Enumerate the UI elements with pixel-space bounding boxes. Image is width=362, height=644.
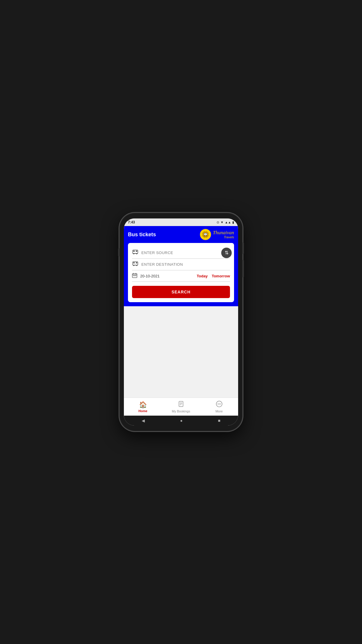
destination-input[interactable] bbox=[141, 262, 230, 267]
brand-name: Thunaivan bbox=[213, 230, 234, 236]
app-header: Bus tickets bbox=[124, 226, 238, 243]
wifi-icon: ▼ bbox=[220, 220, 224, 224]
svg-rect-3 bbox=[205, 237, 206, 239]
gear-logo-svg bbox=[201, 229, 210, 240]
phone-screen: 7:43 ⊙ ▼ ▲▲ ▮ Bus tickets bbox=[124, 218, 238, 426]
search-card: ⇅ bbox=[128, 243, 234, 302]
bookings-label: My Bookings bbox=[172, 410, 190, 413]
calendar-icon bbox=[132, 273, 137, 279]
date-row: 20-10-2021 Today Tomorrow bbox=[132, 270, 230, 282]
svg-point-17 bbox=[206, 235, 207, 236]
bus-destination-icon bbox=[132, 261, 138, 268]
bus-source-icon bbox=[132, 249, 138, 256]
bookings-icon bbox=[178, 401, 184, 409]
svg-rect-20 bbox=[136, 251, 137, 252]
brand-sub: Travels bbox=[213, 235, 234, 239]
content-area bbox=[124, 306, 238, 398]
svg-rect-14 bbox=[206, 234, 207, 235]
svg-point-44 bbox=[220, 403, 221, 404]
signal-icon: ▲▲ bbox=[225, 220, 231, 224]
nav-item-home[interactable]: 🏠 Home bbox=[124, 399, 162, 414]
svg-rect-13 bbox=[204, 234, 205, 235]
destination-row bbox=[132, 259, 230, 270]
brand-logo: Thunaivan Travels bbox=[200, 229, 234, 240]
home-icon: 🏠 bbox=[139, 401, 147, 409]
svg-rect-36 bbox=[136, 275, 136, 276]
svg-rect-19 bbox=[133, 251, 135, 252]
tomorrow-button[interactable]: Tomorrow bbox=[212, 274, 230, 278]
back-button[interactable]: ◀ bbox=[142, 418, 145, 423]
swap-button[interactable]: ⇅ bbox=[221, 248, 232, 258]
svg-rect-26 bbox=[136, 262, 137, 263]
nav-item-more[interactable]: More bbox=[200, 399, 238, 415]
date-value[interactable]: 20-10-2021 bbox=[140, 274, 197, 278]
svg-point-43 bbox=[219, 403, 219, 404]
power-button bbox=[242, 242, 244, 254]
swap-icon: ⇅ bbox=[225, 251, 229, 255]
logo-circle bbox=[200, 229, 211, 240]
svg-point-16 bbox=[204, 235, 205, 236]
bottom-nav: 🏠 Home My Bookings bbox=[124, 398, 238, 416]
nav-item-bookings[interactable]: My Bookings bbox=[162, 399, 200, 415]
svg-rect-23 bbox=[133, 253, 138, 254]
source-row: ⇅ bbox=[132, 247, 230, 259]
status-icons: ⊙ ▼ ▲▲ ▮ bbox=[217, 220, 234, 224]
brand-text: Thunaivan Travels bbox=[213, 230, 234, 239]
more-label: More bbox=[215, 410, 223, 413]
home-button[interactable]: ● bbox=[180, 418, 182, 423]
svg-rect-29 bbox=[133, 265, 138, 265]
volume-button bbox=[118, 248, 120, 256]
app-title: Bus tickets bbox=[128, 232, 156, 238]
search-button[interactable]: SEARCH bbox=[132, 286, 230, 298]
svg-rect-25 bbox=[133, 262, 135, 263]
search-card-wrapper: ⇅ bbox=[124, 243, 238, 306]
source-input[interactable] bbox=[141, 251, 230, 255]
svg-rect-5 bbox=[208, 234, 210, 235]
circle-status-icon: ⊙ bbox=[217, 220, 219, 224]
volume-rocker bbox=[242, 260, 244, 277]
android-nav: ◀ ● ■ bbox=[124, 416, 238, 426]
more-icon bbox=[216, 401, 222, 409]
date-shortcuts: Today Tomorrow bbox=[197, 274, 230, 278]
today-button[interactable]: Today bbox=[197, 274, 208, 278]
svg-rect-35 bbox=[134, 275, 135, 276]
recent-button[interactable]: ■ bbox=[218, 418, 220, 423]
svg-point-42 bbox=[217, 403, 218, 404]
status-time: 7:43 bbox=[128, 220, 135, 224]
svg-rect-2 bbox=[205, 230, 206, 232]
status-bar: 7:43 ⊙ ▼ ▲▲ ▮ bbox=[124, 218, 238, 226]
svg-rect-34 bbox=[133, 275, 134, 276]
battery-icon: ▮ bbox=[232, 220, 234, 224]
home-label: Home bbox=[138, 409, 147, 413]
svg-rect-4 bbox=[201, 234, 203, 235]
phone-frame: 7:43 ⊙ ▼ ▲▲ ▮ Bus tickets bbox=[120, 213, 242, 431]
